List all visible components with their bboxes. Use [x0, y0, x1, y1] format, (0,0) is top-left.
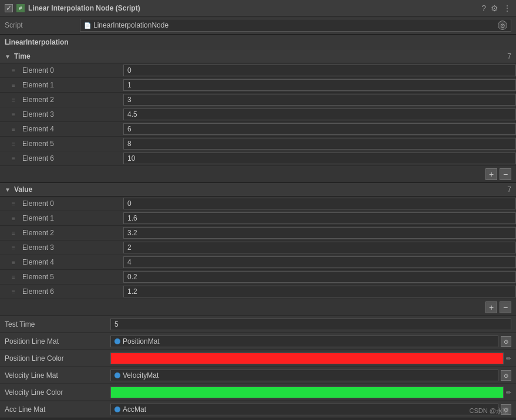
drag-handle[interactable]: ≡	[0, 215, 18, 222]
drag-handle[interactable]: ≡	[0, 82, 18, 89]
element-input[interactable]	[123, 79, 516, 91]
time-section-count: 7	[507, 52, 511, 60]
element-input[interactable]	[123, 242, 516, 253]
file-icon: 📄	[84, 22, 91, 29]
velocity-line-color-row: Velocity Line Color ✏	[0, 384, 516, 401]
element-input[interactable]	[123, 94, 516, 106]
value-section-count: 7	[507, 185, 511, 194]
title-actions: ? ⚙ ⋮	[481, 4, 511, 13]
script-value-text: LinearInterpolationNode	[93, 21, 168, 29]
drag-handle[interactable]: ≡	[0, 201, 18, 207]
script-label: Script	[5, 21, 75, 29]
help-button[interactable]: ?	[481, 4, 486, 13]
velocity-line-mat-label: Velocity Line Mat	[5, 371, 110, 380]
table-row: ≡ Element 4	[0, 255, 516, 270]
drag-handle[interactable]: ≡	[0, 289, 18, 295]
velocity-mat-name: VelocityMat	[123, 371, 494, 380]
drag-handle[interactable]: ≡	[0, 126, 18, 133]
element-input[interactable]	[123, 65, 516, 76]
element-label: Element 1	[18, 213, 123, 223]
element-label: Element 2	[18, 94, 123, 105]
element-label: Element 6	[18, 286, 123, 297]
drag-handle[interactable]: ≡	[0, 67, 18, 74]
element-input[interactable]	[123, 198, 516, 209]
test-time-field-row: Test Time	[0, 316, 516, 333]
element-input[interactable]	[123, 271, 516, 283]
velocity-line-color-swatch[interactable]	[110, 387, 504, 398]
acc-line-mat-asset[interactable]: AccMat	[110, 404, 498, 415]
script-icon: #	[16, 4, 25, 12]
element-input[interactable]	[123, 227, 516, 239]
drag-handle[interactable]: ≡	[0, 259, 18, 266]
table-row: ≡ Element 4	[0, 122, 516, 137]
velocity-line-mat-asset[interactable]: VelocityMat	[110, 370, 498, 381]
position-line-color-label: Position Line Color	[5, 354, 110, 363]
drag-handle[interactable]: ≡	[0, 274, 18, 280]
drag-handle[interactable]: ≡	[0, 245, 18, 251]
position-mat-pick-button[interactable]: ⊙	[501, 336, 511, 347]
velocity-line-mat-row: Velocity Line Mat VelocityMat ⊙	[0, 367, 516, 384]
table-row: ≡ Element 3	[0, 241, 516, 255]
table-row: ≡ Element 6	[0, 151, 516, 166]
time-triangle: ▼	[5, 53, 11, 60]
time-array-buttons: + −	[0, 166, 516, 183]
element-label: Element 5	[18, 138, 123, 149]
drag-handle[interactable]: ≡	[0, 155, 18, 162]
time-section-header[interactable]: ▼ Time 7	[0, 50, 516, 63]
settings-button[interactable]: ⚙	[491, 4, 498, 13]
component-name: LinearInterpolation	[0, 35, 516, 50]
position-line-color-row: Position Line Color ✏	[0, 350, 516, 367]
time-elements-container: ≡ Element 0 ≡ Element 1 ≡ Element 2 ≡ El…	[0, 63, 516, 166]
element-input[interactable]	[123, 256, 516, 268]
time-remove-button[interactable]: −	[500, 168, 511, 180]
edit-color-icon[interactable]: ✏	[506, 355, 511, 363]
table-row: ≡ Element 3	[0, 107, 516, 122]
checkbox[interactable]: ✓	[5, 4, 13, 12]
element-label: Element 5	[18, 272, 123, 282]
position-line-mat-label: Position Line Mat	[5, 337, 110, 346]
test-time-label: Test Time	[5, 320, 110, 328]
asset-dot-icon	[114, 338, 120, 344]
element-input[interactable]	[123, 109, 516, 120]
velocity-mat-pick-button[interactable]: ⊙	[501, 370, 511, 381]
component-name-text: LinearInterpolation	[5, 38, 69, 46]
position-line-mat-row: Position Line Mat PositionMat ⊙	[0, 333, 516, 350]
value-array-buttons: + −	[0, 299, 516, 316]
position-line-mat-asset[interactable]: PositionMat	[110, 336, 498, 347]
element-label: Element 4	[18, 124, 123, 134]
table-row: ≡ Element 0	[0, 197, 516, 211]
menu-button[interactable]: ⋮	[503, 4, 511, 13]
element-label: Element 0	[18, 65, 123, 76]
drag-handle[interactable]: ≡	[0, 141, 18, 147]
table-row: ≡ Element 2	[0, 226, 516, 241]
element-label: Element 4	[18, 257, 123, 267]
acc-line-mat-label: Acc Line Mat	[5, 405, 110, 414]
value-remove-button[interactable]: −	[500, 302, 511, 313]
element-input[interactable]	[123, 138, 516, 150]
element-label: Element 1	[18, 80, 123, 90]
drag-handle[interactable]: ≡	[0, 230, 18, 236]
test-time-input[interactable]	[110, 319, 511, 330]
element-label: Element 2	[18, 228, 123, 238]
element-input[interactable]	[123, 153, 516, 164]
table-row: ≡ Element 0	[0, 63, 516, 78]
table-row: ≡ Element 5	[0, 270, 516, 284]
position-line-color-swatch[interactable]	[110, 353, 504, 364]
element-label: Element 0	[18, 198, 123, 209]
table-row: ≡ Element 5	[0, 137, 516, 151]
watermark-text: CSDN @永望	[470, 407, 509, 414]
drag-handle[interactable]: ≡	[0, 97, 18, 103]
element-input[interactable]	[123, 286, 516, 297]
velocity-line-color-label: Velocity Line Color	[5, 388, 110, 397]
table-row: ≡ Element 1	[0, 78, 516, 93]
table-row: ≡ Element 1	[0, 211, 516, 226]
value-section-header[interactable]: ▼ Value 7	[0, 183, 516, 197]
edit-color-icon[interactable]: ✏	[506, 389, 511, 397]
element-input[interactable]	[123, 212, 516, 224]
time-add-button[interactable]: +	[485, 168, 497, 180]
element-input[interactable]	[123, 123, 516, 135]
drag-handle[interactable]: ≡	[0, 111, 18, 118]
value-add-button[interactable]: +	[485, 302, 497, 313]
acc-mat-name: AccMat	[123, 405, 494, 414]
script-pick-button[interactable]: ⊙	[498, 21, 507, 30]
